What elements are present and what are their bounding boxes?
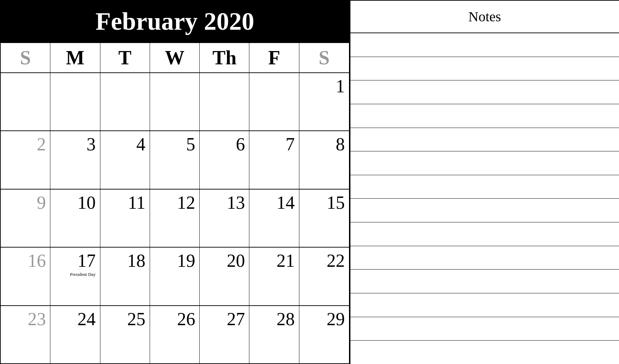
day-number: 8 [336,134,345,155]
calendar-week-3: 9101112131415 [1,190,349,248]
notes-line[interactable] [350,222,619,246]
calendar-day-22: 22 [299,248,349,305]
notes-lines-container [350,33,619,364]
calendar-day-26: 26 [150,306,200,363]
calendar-day-17: 17President Day [50,248,100,305]
day-number: 17 [78,250,96,271]
calendar-day-27: 27 [200,306,249,363]
day-number: 9 [37,192,46,213]
calendar-day-29: 29 [299,306,349,363]
notes-line[interactable] [350,151,619,175]
day-number: 23 [28,309,46,329]
day-number: 4 [136,134,145,155]
notes-line[interactable] [350,270,619,293]
notes-line[interactable] [350,57,619,81]
month-header: February 2020 [1,1,349,43]
day-number: 25 [127,309,145,329]
notes-line[interactable] [350,33,619,57]
holiday-label: President Day [70,272,95,277]
day-number: 12 [177,192,195,213]
calendar-week-5: 23242526272829 [1,306,349,363]
day-number: 5 [186,134,195,155]
day-number: 14 [277,192,295,213]
calendar-day-21: 21 [249,248,299,305]
calendar-day-5: 5 [150,131,200,188]
calendar-day-20: 20 [200,248,249,305]
calendar-day-9: 9 [1,190,50,247]
notes-line[interactable] [350,80,619,104]
notes-line[interactable] [350,317,619,341]
calendar-day-23: 23 [1,306,50,363]
calendar-day-empty [1,73,50,130]
notes-line[interactable] [350,293,619,317]
calendar-day-6: 6 [200,131,249,188]
calendar-day-empty [249,73,299,130]
day-number: 27 [227,309,245,329]
day-number: 26 [177,309,195,329]
calendar-day-empty [100,73,150,130]
day-header-f5: F [249,43,299,72]
calendar-section: February 2020 SMTWThFS 12345678910111213… [0,0,350,364]
day-header-s0: S [1,43,50,72]
day-number: 11 [128,192,145,213]
day-number: 21 [277,250,295,271]
calendar-day-3: 3 [50,131,100,188]
calendar-day-empty [50,73,100,130]
calendar-day-1: 1 [299,73,349,130]
day-number: 15 [327,192,345,213]
calendar-day-13: 13 [200,190,249,247]
day-header-th4: Th [200,43,249,72]
calendar-week-4: 1617President Day1819202122 [1,248,349,306]
calendar-day-2: 2 [1,131,50,188]
calendar-day-7: 7 [249,131,299,188]
calendar-day-8: 8 [299,131,349,188]
day-headers: SMTWThFS [1,43,349,73]
day-number: 28 [277,309,295,329]
day-number: 18 [127,250,145,271]
calendar-day-28: 28 [249,306,299,363]
calendar-day-18: 18 [100,248,150,305]
calendar-week-2: 2345678 [1,131,349,189]
calendar-grid: 1234567891011121314151617President Day18… [1,73,349,363]
calendar-week-1: 1 [1,73,349,131]
day-number: 22 [327,250,345,271]
calendar-day-24: 24 [50,306,100,363]
day-header-w3: W [150,43,200,72]
day-header-m1: M [50,43,100,72]
calendar-day-11: 11 [100,190,150,247]
day-number: 24 [78,309,96,329]
calendar-day-12: 12 [150,190,200,247]
day-number: 10 [78,192,96,213]
day-number: 20 [227,250,245,271]
calendar-day-10: 10 [50,190,100,247]
day-number: 7 [286,134,295,155]
calendar-day-16: 16 [1,248,50,305]
notes-section: Notes [350,0,619,364]
notes-line[interactable] [350,104,619,128]
day-number: 16 [28,250,46,271]
calendar-day-4: 4 [100,131,150,188]
day-number: 6 [236,134,245,155]
calendar-day-15: 15 [299,190,349,247]
calendar-day-19: 19 [150,248,200,305]
day-number: 3 [87,134,96,155]
notes-line[interactable] [350,128,619,152]
notes-line[interactable] [350,246,619,270]
day-number: 13 [227,192,245,213]
day-header-s6: S [299,43,349,72]
day-number: 2 [37,134,46,155]
calendar-day-empty [200,73,249,130]
calendar-day-empty [150,73,200,130]
notes-header: Notes [350,1,619,33]
day-number: 19 [177,250,195,271]
notes-line[interactable] [350,199,619,222]
notes-line[interactable] [350,175,619,199]
day-number: 1 [336,76,345,97]
day-header-t2: T [100,43,150,72]
calendar-day-25: 25 [100,306,150,363]
notes-line[interactable] [350,341,619,364]
day-number: 29 [327,309,345,329]
calendar-day-14: 14 [249,190,299,247]
